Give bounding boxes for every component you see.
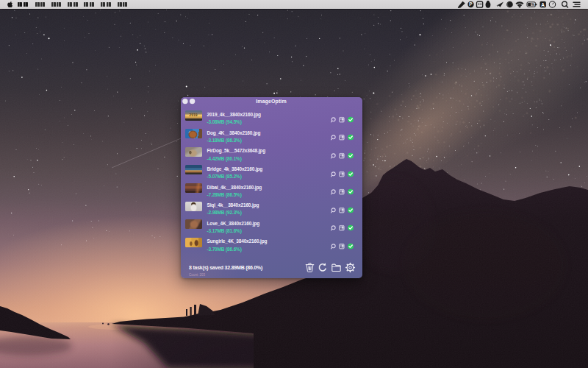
svg-text:P: P [469, 1, 473, 7]
svg-text:%: % [531, 2, 535, 7]
svg-text:A: A [541, 2, 545, 7]
